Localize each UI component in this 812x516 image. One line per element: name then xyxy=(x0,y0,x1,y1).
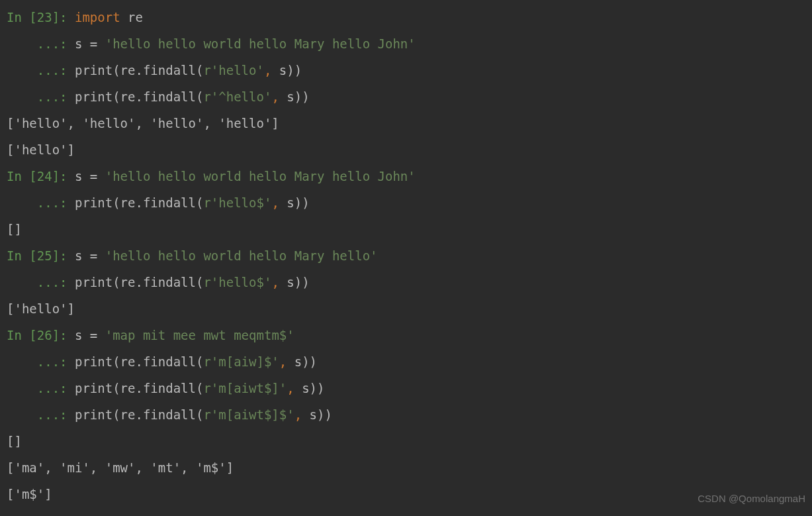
code-line: ...: print(re.findall(r'm[aiwt$]$', s)) xyxy=(7,401,805,428)
code-token: , xyxy=(271,275,287,289)
continuation-prompt: ...: xyxy=(7,89,75,104)
output-line: [] xyxy=(7,216,805,242)
code-token: 'map mit mee mwt meqmtm$' xyxy=(105,328,294,342)
code-line: In [25]: s = 'hello hello world hello Ma… xyxy=(7,242,805,269)
code-token: print(re.findall( xyxy=(75,381,203,395)
code-token: print(re.findall( xyxy=(75,275,203,289)
code-token: s = xyxy=(75,36,105,51)
code-line: ...: s = 'hello hello world hello Mary h… xyxy=(7,30,805,57)
code-token: s)) xyxy=(294,354,317,369)
code-token: 'hello hello world hello Mary hello John… xyxy=(105,36,416,51)
continuation-prompt: ...: xyxy=(7,195,75,210)
code-line: In [26]: s = 'map mit mee mwt meqmtm$' xyxy=(7,322,805,348)
code-token: r'^hello' xyxy=(203,89,271,104)
code-token: s)) xyxy=(287,195,309,210)
code-token: r'm[aiwt$]$' xyxy=(203,407,294,422)
continuation-prompt: ...: xyxy=(7,63,75,77)
code-token: , xyxy=(271,89,287,104)
code-line: In [24]: s = 'hello hello world hello Ma… xyxy=(7,163,805,189)
code-token: r'hello$' xyxy=(203,195,271,210)
code-token: s = xyxy=(75,248,105,263)
code-line: In [23]: import re xyxy=(7,4,805,30)
output-line: ['ma', 'mi', 'mw', 'mt', 'm$'] xyxy=(7,454,805,481)
code-token: print(re.findall( xyxy=(75,63,203,77)
code-token: r'hello' xyxy=(203,63,264,77)
input-prompt: In [24]: xyxy=(7,169,75,183)
code-token: re xyxy=(120,10,143,25)
output-line: ['hello', 'hello', 'hello', 'hello'] xyxy=(7,110,805,136)
continuation-prompt: ...: xyxy=(7,354,75,369)
code-token: , xyxy=(271,195,287,210)
output-line: ['hello'] xyxy=(7,136,805,163)
ipython-terminal: In [23]: import re ...: s = 'hello hello… xyxy=(0,0,812,514)
input-prompt: In [25]: xyxy=(7,248,75,263)
code-token: , xyxy=(279,354,294,369)
output-line: ['m$'] xyxy=(7,481,805,507)
code-token: s)) xyxy=(279,63,302,77)
code-token: import xyxy=(75,10,120,25)
output-line: [] xyxy=(7,428,805,454)
code-token: , xyxy=(287,381,302,395)
code-token: r'hello$' xyxy=(203,275,271,289)
code-line: ...: print(re.findall(r'^hello', s)) xyxy=(7,83,805,110)
code-token: print(re.findall( xyxy=(75,407,203,422)
continuation-prompt: ...: xyxy=(7,36,75,51)
code-line: ...: print(re.findall(r'm[aiwt$]', s)) xyxy=(7,375,805,401)
code-token: , xyxy=(294,407,310,422)
code-token: print(re.findall( xyxy=(75,354,203,369)
code-line: ...: print(re.findall(r'hello$', s)) xyxy=(7,269,805,295)
output-line: ['hello'] xyxy=(7,295,805,322)
code-token: r'm[aiwt$]' xyxy=(203,381,287,395)
code-token: s)) xyxy=(302,381,324,395)
code-token: print(re.findall( xyxy=(75,89,203,104)
code-token: r'm[aiw]$' xyxy=(203,354,279,369)
code-line: ...: print(re.findall(r'hello$', s)) xyxy=(7,189,805,216)
watermark: CSDN @QomolangmaH xyxy=(698,486,805,512)
code-token: s = xyxy=(75,328,105,342)
code-token: s)) xyxy=(287,89,309,104)
code-token: , xyxy=(264,63,279,77)
code-token: s)) xyxy=(287,275,309,289)
input-prompt: In [23]: xyxy=(7,10,75,25)
code-token: s = xyxy=(75,169,105,183)
code-token: 'hello hello world hello Mary hello John… xyxy=(105,169,416,183)
code-line: ...: print(re.findall(r'm[aiw]$', s)) xyxy=(7,348,805,375)
continuation-prompt: ...: xyxy=(7,407,75,422)
code-line: ...: print(re.findall(r'hello', s)) xyxy=(7,57,805,83)
code-token: 'hello hello world hello Mary hello' xyxy=(105,248,378,263)
continuation-prompt: ...: xyxy=(7,381,75,395)
code-token: print(re.findall( xyxy=(75,195,203,210)
code-token: s)) xyxy=(310,407,332,422)
continuation-prompt: ...: xyxy=(7,275,75,289)
input-prompt: In [26]: xyxy=(7,328,75,342)
